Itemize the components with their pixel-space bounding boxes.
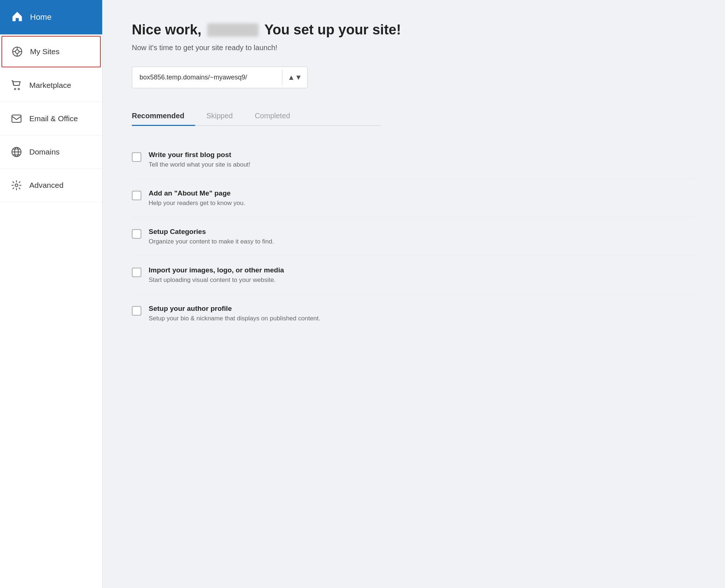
tab-completed[interactable]: Completed (255, 107, 301, 125)
domain-dropdown-arrow[interactable]: ▲▼ (282, 70, 307, 85)
sidebar-item-marketplace[interactable]: Marketplace (0, 69, 102, 102)
list-item: Write your first blog post Tell the worl… (132, 141, 696, 179)
list-item: Setup your author profile Setup your bio… (132, 294, 696, 332)
heading-prefix: Nice work, (132, 22, 201, 38)
checklist-item-text: Add an "About Me" page Help your readers… (149, 189, 245, 207)
sidebar-item-marketplace-label: Marketplace (29, 81, 71, 90)
svg-point-7 (18, 88, 19, 90)
email-icon (11, 113, 22, 124)
checklist-item-title: Setup your author profile (149, 305, 320, 313)
tab-recommended[interactable]: Recommended (132, 107, 195, 125)
tab-skipped[interactable]: Skipped (206, 107, 243, 125)
marketplace-icon (11, 80, 22, 91)
svg-point-6 (14, 88, 16, 90)
sidebar-item-advanced[interactable]: Advanced (0, 169, 102, 202)
username-blurred (207, 23, 259, 37)
checkbox-author-profile[interactable] (132, 306, 141, 316)
sidebar-item-home[interactable]: Home (0, 0, 102, 34)
list-item: Setup Categories Organize your content t… (132, 217, 696, 256)
checklist-item-desc: Organize your content to make it easy to… (149, 238, 274, 245)
heading-suffix: You set up your site! (264, 22, 401, 38)
svg-rect-8 (12, 115, 21, 122)
checklist-item-desc: Tell the world what your site is about! (149, 161, 250, 168)
sidebar-item-my-sites-label: My Sites (30, 47, 60, 56)
checklist-item-title: Write your first blog post (149, 151, 250, 159)
domain-selector[interactable]: box5856.temp.domains/~myawesq9/ ▲▼ (132, 67, 308, 88)
domain-text: box5856.temp.domains/~myawesq9/ (132, 67, 282, 88)
sidebar-item-email-office[interactable]: Email & Office (0, 102, 102, 135)
checklist-item-text: Setup Categories Organize your content t… (149, 228, 274, 245)
checkbox-import-media[interactable] (132, 268, 141, 277)
checklist-item-desc: Setup your bio & nickname that displays … (149, 315, 320, 322)
checklist-item-desc: Start uploading visual content to your w… (149, 276, 284, 284)
advanced-icon (11, 180, 22, 191)
svg-point-12 (15, 184, 18, 187)
sidebar-item-advanced-label: Advanced (29, 181, 63, 190)
sidebar-item-domains[interactable]: Domains (0, 135, 102, 169)
checkbox-setup-categories[interactable] (132, 229, 141, 239)
task-tabs: Recommended Skipped Completed (132, 107, 381, 126)
list-item: Add an "About Me" page Help your readers… (132, 179, 696, 217)
task-checklist: Write your first blog post Tell the worl… (132, 141, 696, 332)
checklist-item-text: Write your first blog post Tell the worl… (149, 151, 250, 168)
checklist-item-title: Import your images, logo, or other media (149, 266, 284, 274)
list-item: Import your images, logo, or other media… (132, 256, 696, 294)
checklist-item-title: Add an "About Me" page (149, 189, 245, 197)
page-subheading: Now it's time to get your site ready to … (132, 44, 696, 52)
domains-icon (11, 146, 22, 157)
checklist-item-desc: Help your readers get to know you. (149, 200, 245, 207)
wordpress-icon (12, 46, 23, 57)
svg-point-1 (15, 50, 19, 53)
sidebar-item-domains-label: Domains (29, 148, 60, 156)
checklist-item-text: Setup your author profile Setup your bio… (149, 305, 320, 322)
sidebar-item-my-sites[interactable]: My Sites (1, 36, 101, 67)
checkbox-about-me-page[interactable] (132, 191, 141, 200)
checklist-item-title: Setup Categories (149, 228, 274, 236)
sidebar-home-label: Home (30, 12, 52, 22)
main-content: Nice work, You set up your site! Now it'… (103, 0, 725, 588)
sidebar: Home My Sites Marketplace Email & Off (0, 0, 103, 588)
home-icon (11, 10, 23, 24)
checkbox-first-blog-post[interactable] (132, 152, 141, 162)
page-heading: Nice work, You set up your site! (132, 22, 696, 38)
sidebar-item-email-office-label: Email & Office (29, 114, 78, 123)
checklist-item-text: Import your images, logo, or other media… (149, 266, 284, 284)
